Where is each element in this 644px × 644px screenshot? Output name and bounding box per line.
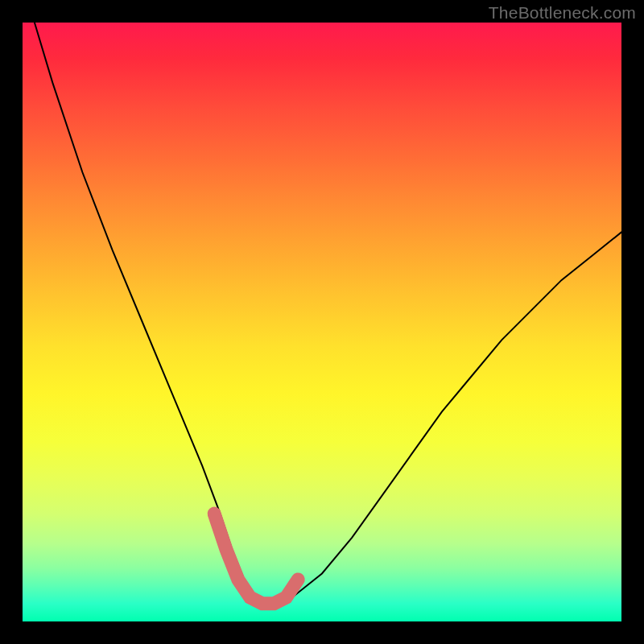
watermark-text: TheBottleneck.com (489, 3, 636, 23)
highlight-band (214, 514, 298, 604)
curve-layer (23, 23, 621, 621)
chart-frame: TheBottleneck.com (0, 0, 644, 644)
bottleneck-curve (35, 23, 621, 604)
plot-area (23, 23, 621, 621)
